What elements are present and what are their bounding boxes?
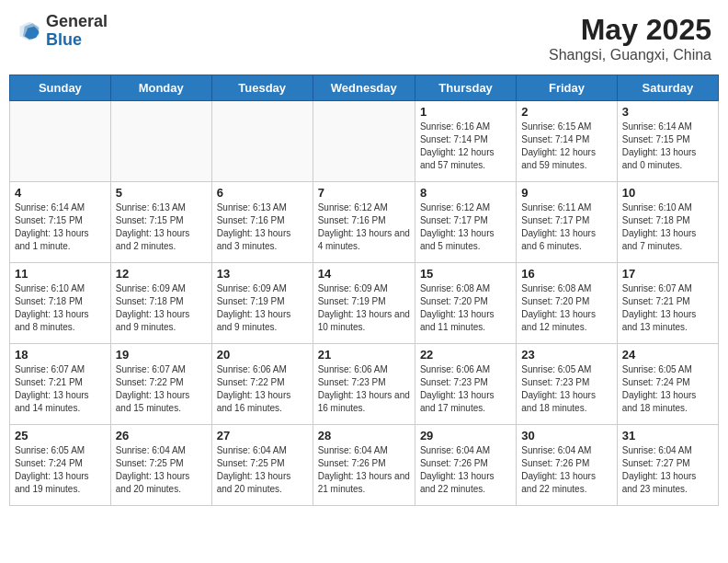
day-info: Sunrise: 6:04 AM Sunset: 7:26 PM Dayligh…: [318, 444, 410, 496]
day-info: Sunrise: 6:04 AM Sunset: 7:26 PM Dayligh…: [521, 444, 611, 496]
day-info: Sunrise: 6:14 AM Sunset: 7:15 PM Dayligh…: [15, 201, 106, 253]
location: Shangsi, Guangxi, China: [549, 47, 711, 63]
day-number: 21: [318, 348, 410, 362]
day-info: Sunrise: 6:04 AM Sunset: 7:27 PM Dayligh…: [622, 444, 713, 496]
day-info: Sunrise: 6:05 AM Sunset: 7:23 PM Dayligh…: [521, 363, 611, 415]
day-info: Sunrise: 6:09 AM Sunset: 7:18 PM Dayligh…: [116, 282, 207, 334]
calendar-cell: 14Sunrise: 6:09 AM Sunset: 7:19 PM Dayli…: [313, 263, 415, 344]
calendar: SundayMondayTuesdayWednesdayThursdayFrid…: [9, 75, 719, 506]
calendar-cell: 13Sunrise: 6:09 AM Sunset: 7:19 PM Dayli…: [211, 263, 313, 344]
day-number: 2: [521, 105, 611, 119]
weekday-header-thursday: Thursday: [415, 75, 516, 101]
calendar-cell: 22Sunrise: 6:06 AM Sunset: 7:23 PM Dayli…: [415, 344, 516, 425]
day-number: 15: [420, 267, 511, 281]
calendar-cell: 18Sunrise: 6:07 AM Sunset: 7:21 PM Dayli…: [10, 344, 111, 425]
day-number: 26: [116, 429, 207, 442]
weekday-header-friday: Friday: [517, 75, 617, 101]
week-row-4: 18Sunrise: 6:07 AM Sunset: 7:21 PM Dayli…: [10, 344, 719, 425]
calendar-cell: 5Sunrise: 6:13 AM Sunset: 7:15 PM Daylig…: [110, 182, 211, 263]
calendar-cell: 24Sunrise: 6:05 AM Sunset: 7:24 PM Dayli…: [617, 344, 718, 425]
header: General Blue May 2025 Shangsi, Guangxi, …: [9, 9, 719, 67]
calendar-cell: [110, 101, 211, 182]
day-info: Sunrise: 6:13 AM Sunset: 7:15 PM Dayligh…: [116, 201, 207, 253]
day-info: Sunrise: 6:06 AM Sunset: 7:23 PM Dayligh…: [420, 363, 511, 415]
day-number: 5: [116, 186, 207, 200]
calendar-cell: 17Sunrise: 6:07 AM Sunset: 7:21 PM Dayli…: [617, 263, 718, 344]
logo: General Blue: [17, 13, 108, 50]
calendar-cell: 2Sunrise: 6:15 AM Sunset: 7:14 PM Daylig…: [517, 101, 617, 182]
calendar-cell: 11Sunrise: 6:10 AM Sunset: 7:18 PM Dayli…: [10, 263, 111, 344]
day-number: 22: [420, 348, 511, 362]
calendar-cell: 27Sunrise: 6:04 AM Sunset: 7:25 PM Dayli…: [211, 425, 313, 506]
calendar-cell: 7Sunrise: 6:12 AM Sunset: 7:16 PM Daylig…: [313, 182, 415, 263]
calendar-cell: 26Sunrise: 6:04 AM Sunset: 7:25 PM Dayli…: [110, 425, 211, 506]
day-number: 4: [15, 186, 106, 200]
day-number: 8: [420, 186, 511, 200]
calendar-cell: 25Sunrise: 6:05 AM Sunset: 7:24 PM Dayli…: [10, 425, 111, 506]
calendar-cell: [211, 101, 313, 182]
weekday-header-tuesday: Tuesday: [211, 75, 313, 101]
week-row-5: 25Sunrise: 6:05 AM Sunset: 7:24 PM Dayli…: [10, 425, 719, 506]
day-number: 28: [318, 429, 410, 442]
logo-text: General Blue: [46, 13, 108, 50]
calendar-cell: 1Sunrise: 6:16 AM Sunset: 7:14 PM Daylig…: [415, 101, 516, 182]
day-number: 7: [318, 186, 410, 200]
calendar-cell: 3Sunrise: 6:14 AM Sunset: 7:15 PM Daylig…: [617, 101, 718, 182]
day-info: Sunrise: 6:16 AM Sunset: 7:14 PM Dayligh…: [420, 121, 511, 172]
calendar-cell: 19Sunrise: 6:07 AM Sunset: 7:22 PM Dayli…: [110, 344, 211, 425]
day-number: 13: [217, 267, 308, 281]
logo-icon: [17, 18, 42, 44]
weekday-header-row: SundayMondayTuesdayWednesdayThursdayFrid…: [10, 75, 719, 101]
day-number: 11: [15, 267, 106, 281]
day-number: 31: [622, 429, 713, 442]
day-info: Sunrise: 6:08 AM Sunset: 7:20 PM Dayligh…: [420, 282, 511, 334]
day-info: Sunrise: 6:09 AM Sunset: 7:19 PM Dayligh…: [318, 282, 410, 334]
calendar-cell: 15Sunrise: 6:08 AM Sunset: 7:20 PM Dayli…: [415, 263, 516, 344]
day-number: 9: [521, 186, 611, 200]
weekday-header-saturday: Saturday: [617, 75, 718, 101]
day-info: Sunrise: 6:07 AM Sunset: 7:21 PM Dayligh…: [622, 282, 713, 334]
day-number: 17: [622, 267, 713, 281]
day-number: 18: [15, 348, 106, 362]
day-info: Sunrise: 6:12 AM Sunset: 7:17 PM Dayligh…: [420, 201, 511, 253]
calendar-cell: 28Sunrise: 6:04 AM Sunset: 7:26 PM Dayli…: [313, 425, 415, 506]
calendar-cell: 31Sunrise: 6:04 AM Sunset: 7:27 PM Dayli…: [617, 425, 718, 506]
calendar-cell: 6Sunrise: 6:13 AM Sunset: 7:16 PM Daylig…: [211, 182, 313, 263]
calendar-cell: 30Sunrise: 6:04 AM Sunset: 7:26 PM Dayli…: [517, 425, 617, 506]
title-block: May 2025 Shangsi, Guangxi, China: [549, 13, 711, 63]
day-info: Sunrise: 6:04 AM Sunset: 7:25 PM Dayligh…: [217, 444, 308, 496]
weekday-header-wednesday: Wednesday: [313, 75, 415, 101]
week-row-3: 11Sunrise: 6:10 AM Sunset: 7:18 PM Dayli…: [10, 263, 719, 344]
day-info: Sunrise: 6:08 AM Sunset: 7:20 PM Dayligh…: [521, 282, 611, 334]
calendar-cell: [10, 101, 111, 182]
calendar-cell: 21Sunrise: 6:06 AM Sunset: 7:23 PM Dayli…: [313, 344, 415, 425]
day-info: Sunrise: 6:07 AM Sunset: 7:22 PM Dayligh…: [116, 363, 207, 415]
logo-general: General: [46, 12, 108, 30]
day-number: 29: [420, 429, 511, 442]
month-title: May 2025: [549, 13, 711, 47]
calendar-cell: 10Sunrise: 6:10 AM Sunset: 7:18 PM Dayli…: [617, 182, 718, 263]
day-info: Sunrise: 6:05 AM Sunset: 7:24 PM Dayligh…: [622, 363, 713, 415]
week-row-1: 1Sunrise: 6:16 AM Sunset: 7:14 PM Daylig…: [10, 101, 719, 182]
day-info: Sunrise: 6:09 AM Sunset: 7:19 PM Dayligh…: [217, 282, 308, 334]
day-number: 27: [217, 429, 308, 442]
day-number: 12: [116, 267, 207, 281]
day-number: 16: [521, 267, 611, 281]
day-number: 1: [420, 105, 511, 119]
calendar-cell: 12Sunrise: 6:09 AM Sunset: 7:18 PM Dayli…: [110, 263, 211, 344]
day-info: Sunrise: 6:14 AM Sunset: 7:15 PM Dayligh…: [622, 121, 713, 172]
day-number: 10: [622, 186, 713, 200]
day-info: Sunrise: 6:10 AM Sunset: 7:18 PM Dayligh…: [622, 201, 713, 253]
day-number: 30: [521, 429, 611, 442]
day-info: Sunrise: 6:11 AM Sunset: 7:17 PM Dayligh…: [521, 201, 611, 253]
logo-blue: Blue: [46, 30, 82, 49]
week-row-2: 4Sunrise: 6:14 AM Sunset: 7:15 PM Daylig…: [10, 182, 719, 263]
day-number: 19: [116, 348, 207, 362]
calendar-cell: 20Sunrise: 6:06 AM Sunset: 7:22 PM Dayli…: [211, 344, 313, 425]
calendar-cell: 23Sunrise: 6:05 AM Sunset: 7:23 PM Dayli…: [517, 344, 617, 425]
day-number: 6: [217, 186, 308, 200]
calendar-cell: 29Sunrise: 6:04 AM Sunset: 7:26 PM Dayli…: [415, 425, 516, 506]
calendar-cell: [313, 101, 415, 182]
day-info: Sunrise: 6:04 AM Sunset: 7:25 PM Dayligh…: [116, 444, 207, 496]
day-number: 23: [521, 348, 611, 362]
